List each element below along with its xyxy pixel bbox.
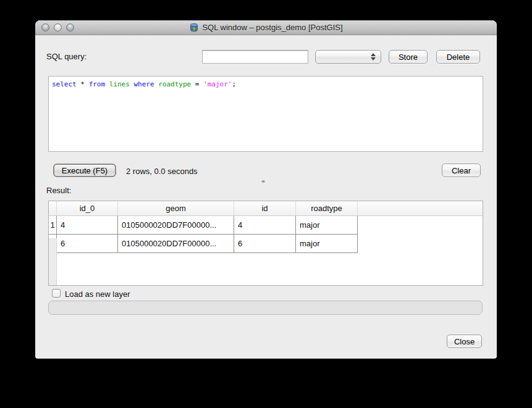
result-label: Result:	[46, 186, 71, 195]
sql-editor[interactable]: select * from lines where roadtype = 'ma…	[48, 76, 483, 152]
store-button[interactable]: Store	[389, 50, 428, 64]
sql-window: SQL window – postgis_demo [PostGIS] SQL …	[35, 20, 497, 359]
table-cell-roadtype[interactable]: major	[296, 216, 358, 235]
layer-name-input-disabled	[48, 301, 483, 315]
clear-button[interactable]: Clear	[442, 164, 481, 177]
table-cell-id_0[interactable]: 4	[57, 216, 118, 235]
sql-token-keyword: select	[52, 80, 77, 88]
title-bar[interactable]: SQL window – postgis_demo [PostGIS]	[35, 20, 497, 35]
column-header-roadtype[interactable]: roadtype	[296, 201, 358, 215]
zoom-window-button[interactable]	[66, 23, 74, 31]
result-table-body: 140105000020DD7F00000...4major2601050000…	[49, 216, 483, 253]
sql-token-string: 'major'	[203, 80, 232, 88]
row-gutter-background	[49, 238, 57, 285]
database-icon	[189, 23, 199, 33]
column-header-id_0[interactable]: id_0	[57, 201, 118, 215]
close-button[interactable]: Close	[447, 335, 482, 348]
table-row: 140105000020DD7F00000...4major	[49, 216, 483, 235]
window-title: SQL window – postgis_demo [PostGIS]	[202, 23, 342, 32]
table-row: 260105000020DD7F00000...6major	[49, 235, 483, 253]
sql-token-keyword: from	[89, 80, 106, 88]
load-as-new-layer-label: Load as new layer	[65, 289, 130, 299]
table-cell-id_0[interactable]: 6	[57, 235, 118, 253]
load-as-new-layer-checkbox[interactable]	[52, 289, 61, 298]
minimize-window-button[interactable]	[54, 23, 62, 31]
query-name-input[interactable]	[202, 50, 308, 64]
saved-query-select[interactable]	[315, 50, 381, 64]
sql-token-identifier: roadtype	[154, 80, 195, 88]
sql-token-keyword: where	[133, 80, 154, 88]
column-header-geom[interactable]: geom	[118, 201, 234, 215]
result-table-header: id_0geomidroadtype	[49, 201, 483, 216]
stepper-arrows-icon	[371, 53, 376, 60]
column-header-id[interactable]: id	[234, 201, 296, 215]
table-cell-roadtype[interactable]: major	[296, 235, 358, 253]
sql-token-plain: *	[77, 80, 89, 88]
table-cell-geom[interactable]: 0105000020DD7F00000...	[118, 235, 234, 253]
sql-token-plain: =	[195, 80, 203, 88]
row-number-cell[interactable]: 1	[49, 216, 57, 235]
sql-query-label: SQL query:	[46, 52, 87, 61]
table-cell-id[interactable]: 4	[234, 216, 296, 235]
row-number-header	[49, 201, 57, 215]
sql-token-identifier: lines	[105, 80, 133, 88]
sql-editor-text: select * from lines where roadtype = 'ma…	[52, 80, 236, 88]
result-table[interactable]: id_0geomidroadtype 140105000020DD7F00000…	[48, 201, 483, 286]
column-header-filler	[358, 201, 483, 215]
table-cell-geom[interactable]: 0105000020DD7F00000...	[118, 216, 234, 235]
status-text: 2 rows, 0.0 seconds	[126, 167, 198, 176]
traffic-lights	[41, 23, 74, 31]
close-window-button[interactable]	[41, 23, 49, 31]
sql-token-plain: ;	[232, 80, 236, 88]
delete-button[interactable]: Delete	[436, 50, 480, 64]
table-cell-id[interactable]: 6	[234, 235, 296, 253]
splitter-handle	[261, 180, 265, 183]
execute-button[interactable]: Execute (F5)	[53, 164, 116, 177]
